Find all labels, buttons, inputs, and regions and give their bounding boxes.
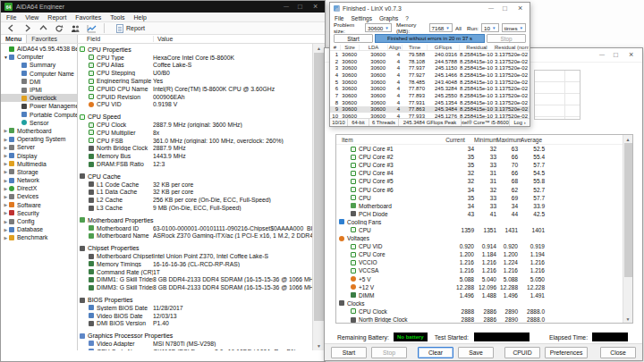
sidebar-item-security[interactable]: ▶Security (1, 209, 77, 217)
field-row[interactable]: Memory Bus1443.9 MHz (80, 152, 312, 160)
run-select[interactable]: 10▼ (481, 23, 499, 32)
scroll-down-icon[interactable]: ▼ (623, 315, 632, 323)
minimize-icon[interactable] (599, 52, 606, 59)
field-row[interactable]: CPUID CPU NameIntel(R) Core(TM) i5-8600K… (80, 85, 312, 93)
field-row[interactable]: CPU Clock2887.9 MHz (original: 3600 MHz) (80, 121, 312, 129)
field-row[interactable]: DRAM:FSB Ratio12:3 (80, 160, 312, 168)
field-row[interactable]: CPU AliasCoffee Lake-S (80, 62, 312, 70)
field-row[interactable]: Command Rate (CR)1T (80, 268, 312, 276)
field-row[interactable]: GPU Code NameGK110B (PCI Express 3.0 x16… (80, 348, 312, 350)
table-row[interactable]: 73060030600477.893245.25508.258415e-103.… (330, 92, 530, 99)
stats-row-group[interactable]: Clocks (336, 299, 623, 307)
field-row[interactable]: Motherboard NameASRock Z370 Gaming-ITX/a… (80, 232, 312, 240)
stats-row[interactable]: VCCIO1.2161.2161.2241.216 (336, 258, 623, 266)
menu-item-item[interactable]: ? (405, 15, 409, 21)
sidebar-item-computer-name[interactable]: Computer Name (1, 70, 77, 78)
menu-item-settings[interactable]: Settings (351, 15, 372, 21)
save-button[interactable]: Save (458, 347, 494, 358)
chevron-right-icon[interactable]: ▶ (3, 219, 9, 224)
all-label[interactable]: All (455, 25, 462, 31)
sidebar-item-directx[interactable]: ▶DirectX (1, 184, 77, 192)
tab-menu[interactable]: Menu (1, 35, 27, 43)
close-button[interactable]: Close (600, 347, 636, 358)
field-row[interactable]: CPU TypeHexaCore Intel Core i5-8600K (80, 54, 312, 62)
field-row[interactable]: DMI BIOS VersionP1.40 (80, 320, 312, 328)
sidebar-item-operating-system[interactable]: ▶Operating System (1, 135, 77, 143)
column-header-field[interactable]: Field (87, 36, 100, 42)
sidebar-item-portable-computer[interactable]: Portable Computer (1, 111, 77, 119)
problem-size-select[interactable]: 30600▼ (365, 23, 392, 32)
column-header-size[interactable]: Size (341, 45, 360, 50)
sidebar-item-ipmi[interactable]: IPMI (1, 86, 77, 94)
chevron-right-icon[interactable]: ▶ (3, 137, 9, 142)
table-row[interactable]: 33060030600477.937245.11508.258415e-103.… (330, 64, 530, 72)
field-row[interactable]: Memory Timings16-16-16-36 (CL-RCD-RP-RAS… (80, 260, 312, 268)
field-row[interactable]: L3 Cache9 MB (On-Die, ECC, Full-Speed) (80, 204, 312, 212)
stats-row[interactable]: CPU VID0.9200.9140.9200.919 (336, 242, 623, 250)
maximize-icon[interactable] (298, 4, 305, 11)
chevron-right-icon[interactable]: ▶ (3, 169, 9, 174)
back-icon[interactable] (5, 23, 16, 33)
stats-row[interactable]: VCCSA1.2161.2161.2161.216 (336, 266, 623, 274)
menu-item-favorites[interactable]: Favorites (75, 14, 101, 21)
chevron-right-icon[interactable]: ▶ (3, 186, 9, 191)
stats-row[interactable]: DIMM1.4961.4881.4961.491 (336, 291, 623, 299)
chevron-right-icon[interactable]: ▶ (3, 128, 9, 133)
stats-row[interactable]: CPU35336957.7 (336, 194, 623, 202)
chevron-right-icon[interactable]: ▶ (3, 145, 9, 150)
scrollbar-thumb[interactable] (624, 143, 632, 277)
stats-row[interactable]: +5 V5.0885.0405.0885.050 (336, 275, 623, 283)
column-header-average[interactable]: Average (518, 137, 545, 143)
column-header-gflops[interactable]: GFlops (428, 45, 460, 50)
stats-row[interactable]: CPU Core #634326252.7 (336, 185, 623, 193)
table-row[interactable]: 53060030600478.485243.40488.258415e-103.… (330, 79, 530, 86)
sidebar-item-motherboard[interactable]: ▶Motherboard (1, 127, 77, 135)
table-row[interactable]: 63060030600477.870245.32848.258415e-103.… (330, 85, 530, 92)
chevron-right-icon[interactable]: ▶ (3, 194, 9, 199)
field-row[interactable]: L2 Cache256 KB per core (On-Die, ECC, Fu… (80, 196, 312, 204)
stats-row[interactable]: CPU Core #134326352.5 (336, 145, 623, 153)
sidebar-item-display[interactable]: ▶Display (1, 151, 77, 159)
linx-titlebar[interactable]: Finished - LinX v0.7.3 (330, 3, 530, 14)
menu-item-file[interactable]: File (335, 15, 343, 21)
column-header-item[interactable]: # (330, 45, 341, 50)
sidebar-item-network[interactable]: ▶Network (1, 176, 77, 184)
sidebar-item-computer[interactable]: ▼Computer (1, 53, 77, 61)
close-icon[interactable] (628, 52, 635, 59)
stats-row[interactable]: CPU Core #432316654.5 (336, 169, 623, 177)
table-row[interactable]: 83060030600477.931245.13548.258415e-103.… (330, 99, 530, 106)
chevron-right-icon[interactable]: ▶ (3, 178, 9, 183)
field-row[interactable]: DIMM1: G Skill TridentZ F4-3...8 GB DDR4… (80, 276, 312, 284)
field-row[interactable]: Motherboard ID63-0100-000001-00101111-09… (80, 224, 312, 232)
up-icon[interactable] (38, 23, 48, 33)
start-button[interactable]: Start (331, 347, 367, 358)
field-row[interactable]: L1 Code Cache32 KB per core (80, 181, 312, 189)
stats-row[interactable]: North Bridge Clock2888288628902888.0 (336, 316, 623, 324)
column-header-maximum[interactable]: Maximum (496, 137, 518, 143)
scroll-up-icon[interactable]: ▲ (623, 135, 632, 143)
close-icon[interactable] (312, 4, 319, 11)
table-row[interactable]: 93060030600477.863245.34848.258415e-103.… (330, 106, 530, 114)
field-row[interactable]: Video BIOS Date12/03/13 (80, 312, 312, 320)
column-header-item[interactable]: Item (336, 137, 436, 143)
sidebar-item-summary[interactable]: Summary (1, 61, 77, 69)
chevron-right-icon[interactable]: ▶ (3, 210, 9, 215)
field-row[interactable]: CPU VID0.9198 V (80, 101, 312, 109)
table-row[interactable]: 43060030600477.927245.14668.258415e-103.… (330, 72, 530, 79)
menu-item-help[interactable]: Help (133, 14, 146, 21)
maximize-icon[interactable] (503, 5, 510, 13)
properties-scrollbar[interactable]: ▲ ▼ (312, 44, 325, 350)
close-icon[interactable] (517, 5, 524, 13)
cpuid-button[interactable]: CPUID (504, 347, 540, 358)
chart-icon[interactable] (86, 23, 97, 33)
field-row[interactable]: Motherboard ChipsetIntel Union Point Z37… (80, 252, 312, 260)
start-button[interactable]: Start (334, 34, 373, 43)
field-row[interactable]: L1 Data Cache32 KB per core (80, 189, 312, 197)
stats-row[interactable]: CPU Core #235336655.4 (336, 153, 623, 161)
sidebar-item-config[interactable]: ▶Config (1, 217, 77, 225)
menu-item-graphs[interactable]: Graphs (379, 15, 398, 21)
sidebar-item-benchmark[interactable]: ▶Benchmark (1, 233, 77, 241)
table-row[interactable]: 13060030600479.588240.03168.258415e-103.… (330, 51, 530, 58)
memory-select[interactable]: 7168▼ (429, 23, 453, 32)
refresh-icon[interactable] (54, 23, 64, 33)
